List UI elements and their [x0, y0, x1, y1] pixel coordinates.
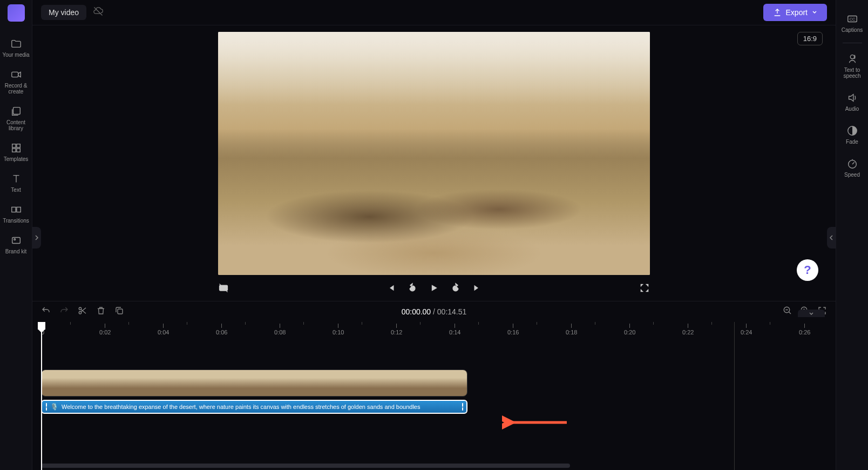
- library-icon: [10, 105, 22, 117]
- svg-rect-2: [12, 144, 15, 147]
- svg-rect-0: [11, 72, 18, 77]
- timeline-toolbar: 00:00.00 / 00:14.51: [32, 301, 836, 322]
- sidebar-item-your-media[interactable]: Your media: [1, 32, 31, 63]
- ruler-tick: 0:06: [216, 324, 227, 335]
- sidebar-label: Text to speech: [838, 67, 866, 79]
- main-area: My video Export 16:9: [32, 0, 836, 470]
- timeline-area[interactable]: 00:020:040:060:080:100:120:140:160:180:2…: [32, 322, 836, 470]
- sidebar-item-brand-kit[interactable]: Brand kit: [1, 229, 31, 260]
- ruler-tick: 0:22: [682, 324, 694, 335]
- seek-back-button[interactable]: [407, 283, 418, 293]
- microphone-icon: 🎙️: [50, 403, 58, 411]
- svg-text:CC: CC: [849, 17, 855, 22]
- svg-point-19: [850, 55, 854, 59]
- captions-toggle-icon[interactable]: [218, 283, 229, 293]
- left-sidebar: Your media Record & create Content libra…: [0, 0, 32, 470]
- sidebar-item-templates[interactable]: Templates: [1, 137, 31, 167]
- fade-icon: [846, 125, 858, 137]
- redo-button[interactable]: [59, 306, 69, 318]
- svg-rect-7: [16, 207, 20, 212]
- sidebar-item-captions[interactable]: CC Captions: [837, 6, 867, 39]
- play-button[interactable]: [429, 283, 439, 293]
- speed-icon: [846, 158, 858, 170]
- duplicate-button[interactable]: [114, 306, 124, 318]
- clip-trim-handle-left[interactable]: [45, 403, 47, 411]
- sidebar-label: Record & create: [2, 83, 30, 95]
- folder-icon: [10, 38, 22, 50]
- svg-rect-13: [118, 309, 123, 314]
- text-to-speech-icon: [846, 53, 858, 65]
- ruler-tick: 0:12: [391, 324, 402, 335]
- sidebar-label: Transitions: [3, 218, 29, 224]
- collapse-preview-handle[interactable]: [798, 310, 825, 317]
- svg-rect-3: [16, 144, 19, 147]
- timeline-ruler[interactable]: 00:020:040:060:080:100:120:140:160:180:2…: [32, 322, 836, 337]
- expand-right-panel-handle[interactable]: [827, 227, 836, 249]
- ruler-tick: 0:20: [624, 324, 635, 335]
- project-title-input[interactable]: My video: [41, 5, 86, 20]
- top-bar: My video Export: [32, 0, 836, 25]
- cloud-sync-off-icon[interactable]: [93, 6, 104, 19]
- right-sidebar: CC Captions Text to speech Audio Fade: [836, 0, 868, 470]
- video-preview-canvas[interactable]: [218, 32, 650, 275]
- preview-area: 16:9: [32, 25, 836, 301]
- ruler-tick: 0:04: [158, 324, 169, 335]
- sidebar-item-audio[interactable]: Audio: [837, 85, 867, 118]
- sidebar-item-record-create[interactable]: Record & create: [1, 63, 31, 100]
- ruler-tick: 0:26: [799, 324, 810, 335]
- delete-button[interactable]: [96, 306, 106, 318]
- sidebar-item-fade[interactable]: Fade: [837, 118, 867, 151]
- skip-to-start-button[interactable]: [386, 283, 396, 293]
- audio-icon: [846, 92, 858, 104]
- skip-to-end-button[interactable]: [472, 283, 482, 293]
- zoom-out-button[interactable]: [783, 306, 792, 318]
- help-icon: ?: [804, 263, 811, 277]
- export-label: Export: [786, 8, 808, 17]
- ruler-tick: 0:08: [274, 324, 286, 335]
- templates-icon: [10, 142, 22, 154]
- time-display: 00:00.00 / 00:14.51: [402, 307, 467, 316]
- svg-point-21: [848, 160, 856, 169]
- scrollbar-thumb[interactable]: [41, 464, 570, 468]
- sidebar-label: Speed: [844, 172, 860, 178]
- svg-rect-4: [12, 149, 15, 152]
- svg-point-9: [13, 239, 15, 240]
- captions-icon: CC: [846, 13, 858, 25]
- svg-rect-1: [13, 108, 20, 115]
- camera-icon: [10, 69, 22, 80]
- export-button[interactable]: Export: [763, 4, 827, 21]
- sidebar-label: Your media: [2, 52, 29, 58]
- ruler-tick: 0:02: [99, 324, 111, 335]
- help-button[interactable]: ?: [797, 259, 818, 281]
- svg-rect-6: [11, 207, 15, 212]
- ruler-tick: 0:24: [741, 324, 752, 335]
- seek-forward-button[interactable]: [450, 283, 461, 293]
- aspect-ratio-selector[interactable]: 16:9: [797, 32, 823, 45]
- timeline-horizontal-scrollbar[interactable]: [41, 464, 827, 468]
- sidebar-item-speed[interactable]: Speed: [837, 151, 867, 184]
- playhead[interactable]: [41, 322, 42, 470]
- svg-rect-5: [16, 149, 19, 152]
- sidebar-label: Fade: [846, 139, 858, 145]
- audio-clip-tts[interactable]: 🎙️ Welcome to the breathtaking expanse o…: [41, 400, 467, 414]
- transitions-icon: [10, 204, 22, 216]
- brand-icon: [10, 234, 22, 246]
- app-logo[interactable]: [8, 4, 25, 22]
- sidebar-item-transitions[interactable]: Transitions: [1, 198, 31, 229]
- video-clip[interactable]: [41, 370, 467, 397]
- split-button[interactable]: [78, 306, 87, 318]
- undo-button[interactable]: [41, 306, 51, 318]
- sidebar-label: Text: [11, 187, 21, 193]
- sidebar-label: Content library: [2, 119, 30, 131]
- text-icon: [10, 173, 22, 185]
- sidebar-label: Brand kit: [5, 249, 26, 254]
- sidebar-item-content-library[interactable]: Content library: [1, 100, 31, 137]
- timeline-tracks: 🎙️ Welcome to the breathtaking expanse o…: [32, 337, 836, 414]
- sidebar-label: Templates: [4, 156, 29, 162]
- clip-trim-handle-right[interactable]: [462, 403, 463, 411]
- ruler-tick: 0:14: [449, 324, 460, 335]
- sidebar-item-text[interactable]: Text: [1, 167, 31, 198]
- fullscreen-button[interactable]: [639, 283, 650, 293]
- audio-clip-label: Welcome to the breathtaking expanse of t…: [62, 404, 458, 410]
- sidebar-item-text-to-speech[interactable]: Text to speech: [837, 46, 867, 85]
